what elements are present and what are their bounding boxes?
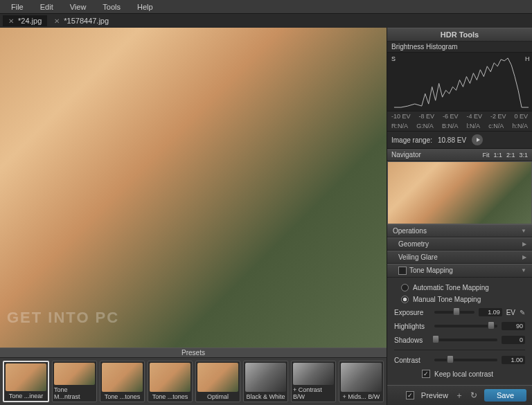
navigator-header: Navigator Fit 1:1 2:1 3:1	[387, 149, 532, 161]
keep-local-checkbox[interactable]: ✓	[422, 370, 430, 378]
histogram-h-label: H	[525, 55, 529, 62]
menu-tools[interactable]: Tools	[94, 1, 129, 12]
tab-item[interactable]: ✕ *24.jpg	[3, 15, 47, 26]
contrast-value[interactable]: 1.00	[502, 356, 525, 364]
preset-item[interactable]: + Mids... B/W	[339, 361, 384, 402]
hdr-tools-title: HDR Tools	[387, 28, 532, 42]
preset-item[interactable]: Black & White	[243, 361, 288, 402]
preset-item[interactable]: Optimal	[195, 361, 240, 402]
preset-item[interactable]: Tone ...inear	[3, 361, 49, 402]
geometry-header[interactable]: Geometry▶	[387, 237, 532, 251]
exposure-value[interactable]: 1.09	[479, 308, 502, 316]
contrast-label: Contrast	[394, 357, 430, 364]
histogram-curve	[394, 58, 529, 107]
preview-label: Preview	[421, 391, 448, 399]
image-range-row: Image range: 10.88 EV	[387, 132, 532, 149]
tone-mapping-body: Automatic Tone Mapping Manual Tone Mappi…	[387, 278, 532, 385]
menu-edit[interactable]: Edit	[32, 1, 62, 12]
right-footer: ✓ Preview ＋ ↻ Save	[387, 385, 532, 405]
keep-local-row[interactable]: ✓ Keep local contrast	[394, 367, 525, 381]
play-icon[interactable]	[472, 134, 483, 145]
menu-help[interactable]: Help	[129, 1, 161, 12]
exposure-label: Exposure	[394, 309, 430, 316]
preset-item[interactable]: + Contrast B/W	[291, 361, 336, 402]
tab-close-icon[interactable]: ✕	[8, 17, 14, 25]
histogram-s-label: S	[391, 55, 396, 62]
shadows-label: Shadows	[394, 336, 430, 344]
preset-item[interactable]: Tone ...tones	[100, 361, 145, 402]
exposure-unit: EV	[506, 309, 515, 316]
brush-icon[interactable]: ✎	[520, 309, 525, 316]
manual-tone-row[interactable]: Manual Tone Mapping	[394, 294, 525, 305]
tabbar: ✕ *24.jpg ✕ *1578447.jpg	[0, 14, 532, 28]
tone-enable-checkbox[interactable]	[398, 267, 407, 275]
presets-panel: Presets Tone ...inear Tone M...ntrast To…	[0, 348, 387, 405]
tone-mapping-header[interactable]: Tone Mapping▼	[387, 264, 532, 278]
radio-auto[interactable]	[401, 284, 409, 291]
histogram-header: Brightness Histogram	[387, 42, 532, 53]
navigator-thumbnail[interactable]	[387, 161, 532, 224]
shadows-slider[interactable]	[434, 339, 497, 341]
presets-title: Presets	[0, 348, 387, 358]
refresh-icon[interactable]: ↻	[470, 390, 477, 400]
preset-item[interactable]: Tone M...ntrast	[52, 361, 97, 402]
tab-item[interactable]: ✕ *1578447.jpg	[48, 15, 114, 26]
save-button[interactable]: Save	[484, 389, 526, 402]
photo-preview	[0, 28, 387, 348]
highlights-value[interactable]: 90	[502, 322, 525, 330]
exposure-slider[interactable]	[434, 311, 475, 314]
highlights-label: Highlights	[394, 323, 430, 330]
zoom-1-1[interactable]: 1:1	[493, 152, 502, 159]
histogram[interactable]: S H	[387, 53, 532, 111]
tab-label: *1578447.jpg	[64, 17, 109, 25]
image-canvas[interactable]	[0, 28, 387, 348]
rgb-labels: R:N/AG:N/AB:N/Al:N/Ac:N/Ah:N/A	[387, 121, 532, 132]
chevron-right-icon: ▶	[522, 254, 526, 260]
preview-checkbox[interactable]: ✓	[406, 391, 414, 399]
tab-close-icon[interactable]: ✕	[54, 17, 60, 25]
chevron-down-icon: ▼	[521, 267, 526, 273]
zoom-2-1[interactable]: 2:1	[506, 152, 515, 159]
highlights-slider[interactable]	[434, 325, 497, 327]
zoom-3-1[interactable]: 3:1	[519, 152, 528, 159]
chevron-right-icon: ▶	[522, 241, 526, 247]
zoom-fit[interactable]: Fit	[482, 152, 489, 159]
menubar: File Edit View Tools Help	[0, 0, 532, 14]
operations-header[interactable]: Operations▼	[387, 224, 532, 237]
menu-view[interactable]: View	[62, 1, 95, 12]
radio-manual[interactable]	[401, 296, 409, 303]
tab-label: *24.jpg	[18, 17, 42, 25]
ev-labels: -10 EV-8 EV-6 EV-4 EV-2 EV0 EV	[387, 111, 532, 121]
preset-item[interactable]: Tone ...tones	[148, 361, 193, 402]
chevron-down-icon: ▼	[521, 228, 526, 234]
menu-file[interactable]: File	[3, 1, 32, 12]
veiling-header[interactable]: Veiling Glare▶	[387, 251, 532, 264]
plus-icon[interactable]: ＋	[455, 390, 463, 402]
image-range-value: 10.88 EV	[438, 136, 466, 144]
contrast-slider[interactable]	[434, 359, 497, 361]
auto-tone-row[interactable]: Automatic Tone Mapping	[394, 282, 525, 294]
shadows-value[interactable]: 0	[502, 336, 525, 344]
